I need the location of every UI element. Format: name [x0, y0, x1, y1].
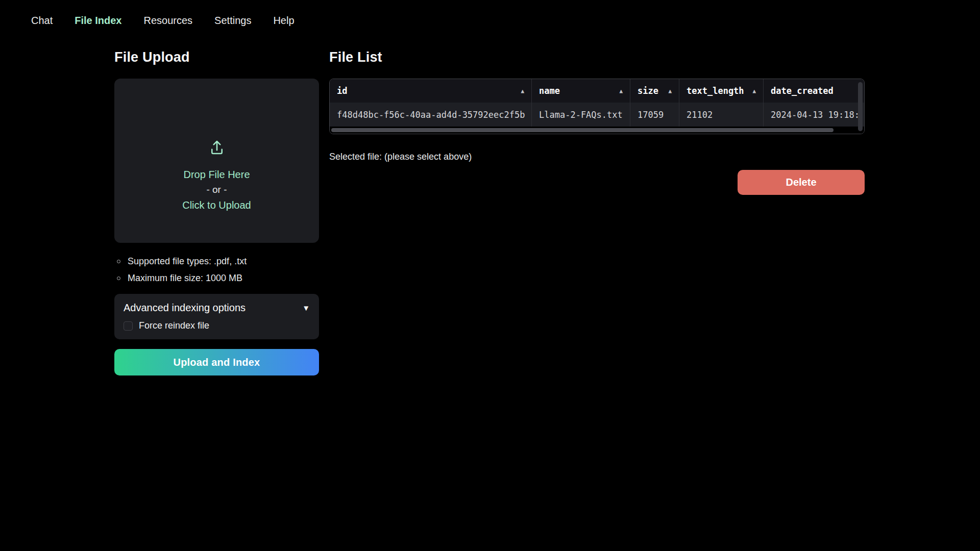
column-header-date-created-label: date_created	[771, 86, 834, 96]
note-max-size-text: Maximum file size: 1000 MB	[128, 273, 242, 284]
top-nav: Chat File Index Resources Settings Help	[0, 0, 980, 41]
column-header-id-label: id	[337, 86, 347, 96]
table-header-row: id ▲ name ▲ size ▲ text_length ▲ date_cr…	[330, 79, 864, 103]
bullet-icon	[117, 260, 120, 263]
upload-and-index-button[interactable]: Upload and Index	[114, 349, 319, 375]
cell-name[interactable]: Llama-2-FAQs.txt	[531, 103, 630, 127]
tab-settings[interactable]: Settings	[214, 15, 251, 27]
force-reindex-row: Force reindex file	[124, 320, 310, 331]
vertical-scrollbar-thumb[interactable]	[858, 82, 863, 131]
tab-chat[interactable]: Chat	[31, 15, 53, 27]
column-header-name-label: name	[539, 86, 560, 96]
selected-file-note: Selected file: (please select above)	[329, 151, 865, 163]
column-header-text-length[interactable]: text_length ▲	[679, 79, 763, 103]
file-table: id ▲ name ▲ size ▲ text_length ▲ date_cr…	[329, 79, 865, 134]
sort-asc-icon[interactable]: ▲	[619, 88, 623, 94]
column-header-date-created[interactable]: date_created	[763, 79, 864, 103]
column-header-id[interactable]: id ▲	[330, 79, 531, 103]
tab-file-index[interactable]: File Index	[75, 15, 121, 27]
column-header-size[interactable]: size ▲	[630, 79, 679, 103]
file-upload-title: File Upload	[114, 48, 319, 66]
file-list-title: File List	[329, 48, 865, 66]
file-list-panel: File List id ▲ name ▲ size ▲ text_length…	[329, 48, 865, 195]
file-dropzone[interactable]: Drop File Here - or - Click to Upload	[114, 79, 319, 243]
column-header-text-length-label: text_length	[687, 86, 744, 96]
upload-notes: Supported file types: .pdf, .txt Maximum…	[114, 253, 319, 287]
sort-asc-icon[interactable]: ▲	[521, 88, 524, 94]
click-to-upload-link[interactable]: Click to Upload	[182, 197, 251, 213]
upload-icon	[208, 138, 226, 159]
column-header-size-label: size	[638, 86, 658, 96]
cell-text-length[interactable]: 21102	[679, 103, 763, 127]
advanced-options-header[interactable]: Advanced indexing options ▼	[124, 302, 310, 314]
file-upload-panel: File Upload Drop File Here - or - Click …	[114, 48, 319, 375]
column-header-name[interactable]: name ▲	[531, 79, 630, 103]
table-row[interactable]: f48d48bc-f56c-40aa-ad4d-35792eec2f5b Lla…	[330, 103, 864, 127]
cell-size[interactable]: 17059	[630, 103, 679, 127]
note-supported-types-text: Supported file types: .pdf, .txt	[128, 256, 247, 267]
force-reindex-checkbox[interactable]	[124, 321, 133, 331]
note-supported-types: Supported file types: .pdf, .txt	[114, 253, 319, 270]
tab-help[interactable]: Help	[273, 15, 294, 27]
tab-resources[interactable]: Resources	[144, 15, 193, 27]
cell-id[interactable]: f48d48bc-f56c-40aa-ad4d-35792eec2f5b	[330, 103, 531, 127]
chevron-down-icon[interactable]: ▼	[302, 304, 310, 312]
sort-asc-icon[interactable]: ▲	[752, 88, 756, 94]
cell-date-created[interactable]: 2024-04-13 19:18:	[763, 103, 864, 127]
delete-button[interactable]: Delete	[738, 170, 865, 195]
note-max-size: Maximum file size: 1000 MB	[114, 270, 319, 287]
or-label: - or -	[206, 182, 227, 197]
advanced-options-accordion: Advanced indexing options ▼ Force reinde…	[114, 294, 319, 339]
advanced-options-title: Advanced indexing options	[124, 302, 246, 314]
drop-file-label: Drop File Here	[183, 167, 250, 182]
bullet-icon	[117, 277, 120, 280]
sort-asc-icon[interactable]: ▲	[668, 88, 672, 94]
horizontal-scrollbar-thumb[interactable]	[331, 128, 834, 132]
horizontal-scrollbar	[330, 127, 864, 134]
force-reindex-label: Force reindex file	[139, 320, 209, 331]
